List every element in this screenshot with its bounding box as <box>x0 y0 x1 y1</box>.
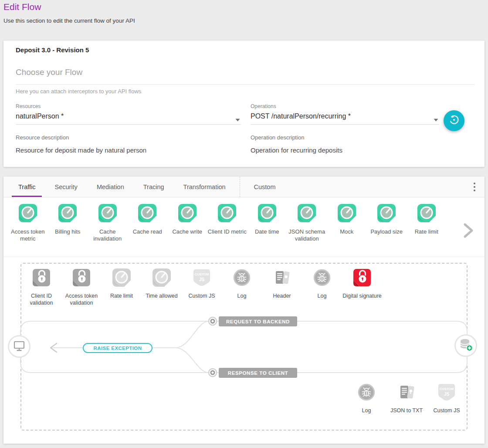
response-node[interactable] <box>209 369 217 377</box>
palette-item[interactable]: Client ID metric <box>207 204 247 257</box>
flow-interceptor-label: Custom JS <box>181 292 223 299</box>
palette-item[interactable]: Mock <box>327 204 367 257</box>
refresh-flow-button[interactable] <box>444 110 464 131</box>
resources-select[interactable]: Resources naturalPerson * <box>16 103 241 125</box>
lock-icon <box>352 268 372 289</box>
gauge-icon <box>377 204 396 224</box>
palette-item[interactable]: Cache read <box>128 204 168 257</box>
flow-interceptor[interactable]: CUSTOMJS Custom JS <box>182 268 222 307</box>
backend-endpoint[interactable] <box>454 334 477 357</box>
flow-diagram: Client ID validation Access token valida… <box>3 257 485 444</box>
flow-interceptor[interactable]: Client ID validation <box>21 268 61 307</box>
kebab-menu-icon[interactable] <box>473 182 476 193</box>
resource-description: Resource description Resource for deposi… <box>16 134 146 154</box>
caret-down-icon[interactable] <box>235 115 240 123</box>
flow-interceptor-label: Log <box>346 407 387 414</box>
palette-item[interactable]: Date time <box>247 204 287 257</box>
interceptor-tabs: Traffic Security Mediation Tracing Trans… <box>3 176 485 197</box>
flow-selector-card: Deposit 3.0 - Revision 5 Choose your Flo… <box>3 41 485 167</box>
page-header: Edit Flow Use this section to edit the c… <box>3 2 135 24</box>
gauge-icon <box>258 204 277 224</box>
section-title: Choose your Flow <box>16 68 82 77</box>
header-doc-icon <box>272 268 291 289</box>
request-node[interactable] <box>209 317 217 325</box>
palette-item[interactable]: Access token metric <box>8 204 48 257</box>
palette-item-label: JSON schema validation <box>286 228 328 243</box>
gauge-icon <box>217 204 237 224</box>
svg-text:CUSTOM: CUSTOM <box>440 387 454 391</box>
page-title: Edit Flow <box>3 2 135 12</box>
svg-text:CUSTOM: CUSTOM <box>195 272 209 276</box>
gauge-icon <box>18 204 37 224</box>
flow-interceptor-label: Log <box>221 292 263 299</box>
operations-label: Operations <box>251 103 439 109</box>
response-interceptors-row: Log JSON to TXT CUSTOMJS Custom JS <box>346 383 467 414</box>
flow-interceptor-label: Rate limit <box>101 292 142 299</box>
monitor-icon <box>12 339 26 354</box>
palette-item[interactable]: Billing hits <box>48 204 88 257</box>
flow-interceptor[interactable]: Log <box>302 268 342 307</box>
flow-interceptor[interactable]: Digital signature <box>342 268 382 307</box>
raise-exception-pill[interactable]: RAISE EXCEPTION <box>83 343 152 353</box>
palette-item-label: Payload size <box>366 228 407 235</box>
flow-interceptor[interactable]: JSON to TXT <box>386 383 427 414</box>
resource-description-value: Resource for deposit made by natural per… <box>16 146 146 154</box>
palette-item[interactable]: Payload size <box>367 204 407 257</box>
palette-item[interactable]: Cache invalidation <box>88 204 128 257</box>
operations-select[interactable]: Operations POST /naturalPerson/recurring… <box>251 103 439 125</box>
resources-value: naturalPerson * <box>16 112 64 120</box>
gauge-icon <box>138 204 157 224</box>
flow-interceptor[interactable]: Access token validation <box>61 268 102 307</box>
chevron-right-icon[interactable] <box>463 222 474 241</box>
palette-item[interactable]: Cache write <box>167 204 207 257</box>
gauge-icon <box>58 204 77 224</box>
palette-item-label: Access token metric <box>7 228 48 243</box>
flow-interceptor[interactable]: Log <box>346 383 386 414</box>
palette-item-label: Billing hits <box>47 228 88 235</box>
palette-item-label: Client ID metric <box>207 228 248 235</box>
tab-custom[interactable]: Custom <box>244 176 285 197</box>
flow-interceptor[interactable]: CUSTOMJS Custom JS <box>427 383 467 414</box>
operations-value: POST /naturalPerson/recurring * <box>251 112 351 120</box>
tab-security[interactable]: Security <box>45 176 87 197</box>
resource-description-label: Resource description <box>16 134 146 141</box>
tab-divider <box>240 176 240 197</box>
resources-label: Resources <box>16 103 241 109</box>
tab-mediation[interactable]: Mediation <box>87 176 134 197</box>
page-subtitle: Use this section to edit the current flo… <box>3 17 135 24</box>
flow-interceptor[interactable]: Time allowed <box>142 268 182 307</box>
gauge-icon <box>337 204 356 224</box>
gauge-icon <box>417 204 436 224</box>
flow-interceptor-label: Client ID validation <box>20 292 62 307</box>
section-divider <box>16 84 475 85</box>
bug-icon <box>357 383 376 404</box>
request-interceptors-row: Client ID validation Access token valida… <box>21 268 382 307</box>
palette-item[interactable]: Rate limit <box>407 204 447 257</box>
flow-interceptor[interactable]: Log <box>222 268 262 307</box>
palette-item-label: Cache write <box>166 228 208 235</box>
flow-interceptor-label: Log <box>301 292 343 299</box>
gauge-icon <box>152 268 171 289</box>
flow-interceptor-label: Header <box>261 292 303 299</box>
flow-interceptor-label: Custom JS <box>426 407 468 414</box>
response-to-client-pill[interactable]: RESPONSE TO CLIENT <box>219 368 297 378</box>
lock-icon <box>72 268 91 289</box>
flow-interceptor[interactable]: Header <box>262 268 302 307</box>
section-hint: Here you can attach interceptors to your… <box>16 88 141 95</box>
request-to-backend-pill[interactable]: REQUEST TO BACKEND <box>219 316 297 326</box>
flow-interceptor-label: Access token validation <box>61 292 102 307</box>
lock-icon <box>32 268 51 289</box>
flow-interceptor-label: JSON to TXT <box>386 407 427 414</box>
tab-tracing[interactable]: Tracing <box>134 176 174 197</box>
bug-icon <box>312 268 332 289</box>
flow-interceptor[interactable]: Rate limit <box>102 268 142 307</box>
doc-convert-icon <box>397 383 416 404</box>
palette-item[interactable]: JSON schema validation <box>287 204 327 257</box>
tab-traffic[interactable]: Traffic <box>9 176 45 197</box>
tab-transformation[interactable]: Transformation <box>174 176 235 197</box>
caret-down-icon[interactable] <box>434 115 438 123</box>
svg-text:JS: JS <box>444 392 450 397</box>
custom-js-icon: CUSTOMJS <box>437 383 456 404</box>
restore-icon <box>448 114 460 127</box>
custom-js-icon: CUSTOMJS <box>192 268 211 289</box>
